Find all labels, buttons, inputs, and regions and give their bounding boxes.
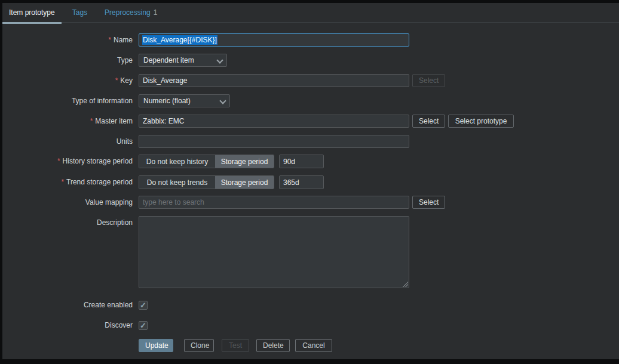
field-label-type-of-information: Type of information <box>2 94 133 107</box>
row-master-item: *Master item Select Select prototype <box>2 115 619 129</box>
type-of-information-select[interactable]: Numeric (float) <box>139 94 230 107</box>
master-item-input[interactable] <box>139 115 409 128</box>
item-prototype-form: *Name Disk_Average[{#DISK}] Type Depende… <box>2 23 619 359</box>
field-label-master-item: *Master item <box>2 115 133 128</box>
clone-button[interactable]: Clone <box>184 339 214 352</box>
tab-item-prototype[interactable]: Item prototype <box>2 3 62 23</box>
name-input[interactable]: Disk_Average[{#DISK}] <box>139 33 409 47</box>
required-asterisk: * <box>61 178 64 186</box>
row-type: Type Dependent item <box>2 54 619 68</box>
description-textarea[interactable] <box>139 216 409 288</box>
field-label-name: *Name <box>2 33 133 47</box>
trend-storage-period-option[interactable]: Storage period <box>215 176 274 189</box>
tab-tags[interactable]: Tags <box>66 3 94 23</box>
field-label-create-enabled: Create enabled <box>2 301 133 310</box>
history-storage-period-option[interactable]: Storage period <box>215 155 274 168</box>
type-select-value: Dependent item <box>143 56 194 64</box>
field-label-value-mapping: Value mapping <box>2 196 133 209</box>
tab-preprocessing[interactable]: Preprocessing 1 <box>98 3 164 23</box>
required-asterisk: * <box>57 157 60 165</box>
field-label-type: Type <box>2 54 133 67</box>
field-label-trend-storage-period: *Trend storage period <box>2 175 133 189</box>
master-item-select-button[interactable]: Select <box>412 115 445 128</box>
field-label-units: Units <box>2 135 133 148</box>
discover-checkbox[interactable]: ✓ <box>139 321 148 330</box>
field-label-discover: Discover <box>2 321 133 330</box>
type-of-information-select-value: Numeric (float) <box>143 97 191 105</box>
field-label-key: *Key <box>2 74 133 87</box>
field-label-description: Description <box>2 216 133 229</box>
resize-handle-icon[interactable] <box>403 282 408 287</box>
units-input[interactable] <box>139 135 409 148</box>
value-mapping-input[interactable] <box>139 196 409 209</box>
row-description: Description <box>2 216 619 290</box>
required-asterisk: * <box>108 36 111 44</box>
value-mapping-select-button[interactable]: Select <box>412 196 445 209</box>
tab-label: Preprocessing <box>105 8 151 17</box>
key-input[interactable] <box>139 74 409 87</box>
row-history-storage-period: *History storage period Do not keep hist… <box>2 155 619 169</box>
tab-count-badge: 1 <box>154 8 158 17</box>
history-period-input[interactable] <box>279 155 324 168</box>
test-button[interactable]: Test <box>222 339 249 352</box>
tab-bar: Item prototype Tags Preprocessing 1 <box>2 3 619 23</box>
update-button[interactable]: Update <box>139 339 173 352</box>
row-trend-storage-period: *Trend storage period Do not keep trends… <box>2 175 619 190</box>
required-asterisk: * <box>90 117 93 125</box>
history-storage-radio-group: Do not keep history Storage period <box>139 155 274 168</box>
chevron-down-icon <box>217 58 222 63</box>
row-create-enabled: Create enabled ✓ <box>2 301 619 310</box>
checkmark-icon: ✓ <box>140 301 146 309</box>
trend-do-not-keep-option[interactable]: Do not keep trends <box>139 176 215 189</box>
required-asterisk: * <box>115 76 118 85</box>
cancel-button[interactable]: Cancel <box>295 339 332 352</box>
row-type-of-information: Type of information Numeric (float) <box>2 94 619 109</box>
type-select[interactable]: Dependent item <box>139 54 227 67</box>
row-units: Units <box>2 135 619 149</box>
chevron-down-icon <box>220 98 225 103</box>
master-item-select-prototype-button[interactable]: Select prototype <box>448 115 514 128</box>
checkmark-icon: ✓ <box>140 322 146 329</box>
history-do-not-keep-option[interactable]: Do not keep history <box>139 155 215 168</box>
row-key: *Key Select <box>2 74 619 88</box>
row-name: *Name Disk_Average[{#DISK}] <box>2 33 619 48</box>
row-discover: Discover ✓ <box>2 321 619 331</box>
trend-period-input[interactable] <box>279 175 324 189</box>
tab-label: Tags <box>72 8 87 17</box>
name-input-selected-text: Disk_Average[{#DISK}] <box>142 35 217 45</box>
row-value-mapping: Value mapping Select <box>2 196 619 210</box>
key-select-button[interactable]: Select <box>412 74 445 87</box>
field-label-history-storage-period: *History storage period <box>2 155 133 168</box>
trend-storage-radio-group: Do not keep trends Storage period <box>139 175 274 189</box>
create-enabled-checkbox[interactable]: ✓ <box>139 301 148 310</box>
delete-button[interactable]: Delete <box>256 339 290 352</box>
form-footer: Update Clone Test Delete Cancel <box>2 339 619 353</box>
form-panel: Item prototype Tags Preprocessing 1 *Nam… <box>2 3 619 359</box>
tab-label: Item prototype <box>9 8 55 17</box>
